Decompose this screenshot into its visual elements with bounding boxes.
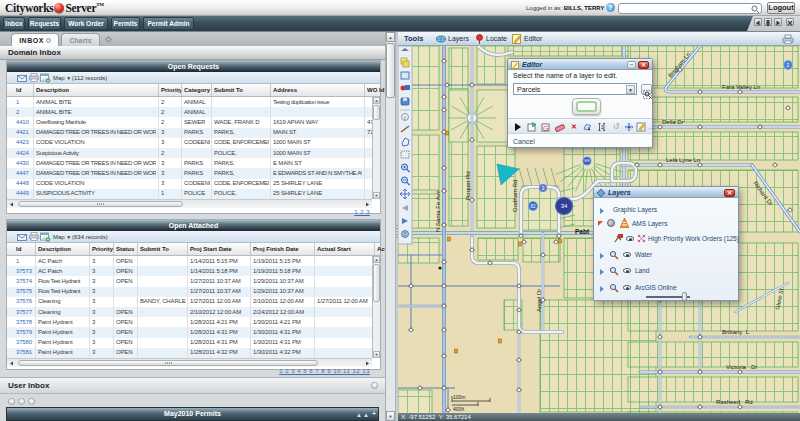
- svg-text:N Santa Fe Ave: N Santa Fe Ave: [435, 189, 441, 232]
- svg-text:2: 2: [787, 62, 790, 68]
- svg-text:Fara Valley Ln: Fara Valley Ln: [722, 84, 760, 90]
- svg-text:100m: 100m: [453, 394, 466, 400]
- svg-text:G: G: [543, 125, 548, 132]
- svg-text:1: 1: [601, 124, 604, 130]
- svg-text:Pabt: Pabt: [575, 228, 590, 235]
- svg-text:Roquet Rd: Roquet Rd: [465, 171, 471, 200]
- svg-text:E8: E8: [585, 158, 591, 163]
- svg-text:82: 82: [530, 204, 536, 209]
- svg-text:Lela Lyne Ln: Lela Lyne Ln: [666, 157, 700, 163]
- svg-text:34: 34: [561, 203, 568, 209]
- svg-text:Rasheed Rd: Rasheed Rd: [716, 399, 753, 405]
- svg-text:Godham Rd: Godham Rd: [512, 180, 518, 212]
- svg-text:Angel Dr: Angel Dr: [536, 289, 542, 312]
- svg-text:Victoria Dr: Victoria Dr: [726, 364, 757, 370]
- svg-text:Della Dr: Della Dr: [662, 119, 684, 125]
- svg-text:400ft: 400ft: [453, 406, 465, 412]
- svg-text:Brittany L: Brittany L: [722, 329, 750, 335]
